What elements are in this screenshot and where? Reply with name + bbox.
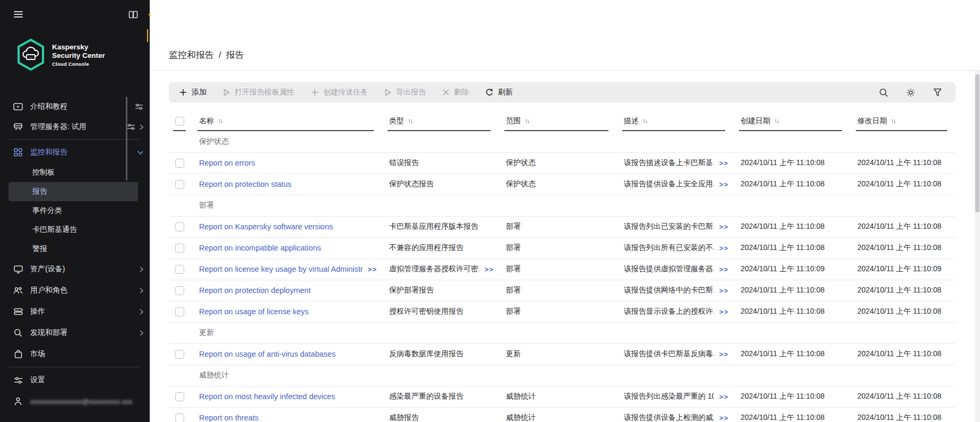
sidebar-item-operations[interactable]: 操作 <box>0 301 150 322</box>
description-expand-link[interactable]: >> <box>719 265 728 273</box>
description-expand-link[interactable]: >> <box>719 393 728 401</box>
chevron-right-icon[interactable] <box>140 266 143 272</box>
report-name-link[interactable]: Report on threats <box>199 414 259 422</box>
sidebar-item-account[interactable]: xxxxxxxxxxxxxxx@xxxxxxxxx.xxx <box>0 391 150 412</box>
column-header-modified[interactable]: 修改日期↑↓ <box>850 111 956 131</box>
row-checkbox[interactable] <box>175 159 184 168</box>
open-report-template-properties-button[interactable]: 打开报告模板属性 <box>223 88 294 97</box>
row-checkbox[interactable] <box>175 286 184 295</box>
row-checkbox[interactable] <box>175 414 184 422</box>
report-name-link[interactable]: Report on usage of license keys <box>199 307 308 316</box>
row-checkbox[interactable] <box>175 265 184 274</box>
server-icon <box>13 123 23 131</box>
kaspersky-hexagon-logo-icon: ↑↓ <box>16 38 46 71</box>
sidebar-item-kaspersky-announcements[interactable]: 卡巴斯基通告 <box>0 220 150 239</box>
report-name-link[interactable]: Report on protection deployment <box>199 286 311 295</box>
sidebar-item-discovery-deployment[interactable]: 发现和部署 <box>0 322 150 343</box>
export-report-button[interactable]: 导出报告 <box>385 88 426 97</box>
sidebar-item-reports[interactable]: 报告 <box>8 182 138 201</box>
row-checkbox[interactable] <box>175 392 184 401</box>
sort-icon[interactable]: ↑↓ <box>408 117 412 125</box>
chevron-right-icon[interactable] <box>140 330 143 336</box>
row-checkbox[interactable] <box>175 180 184 189</box>
column-header-name[interactable]: 名称↑↓ <box>192 111 382 131</box>
sort-icon[interactable]: ↑↓ <box>525 117 529 125</box>
sidebar-item-marketplace[interactable]: 市场 <box>0 343 150 365</box>
description-expand-link[interactable]: >> <box>719 414 728 422</box>
column-header-scope[interactable]: 范围↑↓ <box>499 111 617 131</box>
vertical-scrollbar-thumb[interactable] <box>975 74 979 212</box>
report-description: 该报告显示设备上的授权许... <box>624 307 714 316</box>
create-delivery-task-button[interactable]: 创建传送任务 <box>311 88 368 97</box>
description-expand-link[interactable]: >> <box>719 180 728 188</box>
row-checkbox[interactable] <box>175 350 184 359</box>
kaspersky-logo[interactable]: ↑↓ Kaspersky Security Center Cloud Conso… <box>16 38 105 71</box>
table-group-row: 部署 <box>169 195 956 216</box>
search-icon[interactable] <box>879 88 888 97</box>
delete-button[interactable]: 删除 <box>443 88 469 97</box>
sidebar-divider <box>10 139 140 140</box>
column-header-description[interactable]: 描述↑↓ <box>617 111 734 131</box>
row-checkbox[interactable] <box>175 244 184 253</box>
report-scope: 部署 <box>499 301 617 322</box>
description-expand-link[interactable]: >> <box>719 223 728 231</box>
sliders-icon[interactable] <box>127 123 135 131</box>
sidebar-item-users-roles[interactable]: 用户和角色 <box>0 280 150 301</box>
documentation-book-icon[interactable] <box>128 11 138 19</box>
hamburger-menu-icon[interactable] <box>14 11 23 19</box>
sidebar-scrollbar-thumb[interactable] <box>126 97 127 180</box>
breadcrumb-parent-link[interactable]: 监控和报告 <box>169 49 214 61</box>
description-expand-link[interactable]: >> <box>719 287 728 295</box>
report-name-link[interactable]: Report on most heavily infected devices <box>199 392 335 401</box>
chevron-down-icon[interactable] <box>137 151 143 154</box>
created-date: 2024/10/11 上午 11:10:08 <box>734 237 850 259</box>
type-expand-link[interactable]: >> <box>485 265 494 273</box>
report-scope: 部署 <box>499 259 617 280</box>
report-name-link[interactable]: Report on protection status <box>199 180 291 188</box>
created-date: 2024/10/11 上午 11:10:08 <box>734 280 850 301</box>
sidebar-item-alerts[interactable]: 警报 <box>0 239 150 259</box>
filter-icon[interactable] <box>933 88 942 97</box>
table-row: Report on incompatible applications不兼容的应… <box>169 237 956 259</box>
report-name-link[interactable]: Report on errors <box>199 159 255 167</box>
report-name-link[interactable]: Report on license key usage by virtual A… <box>199 265 363 273</box>
sidebar-item-assets-devices[interactable]: 资产(设备) <box>0 259 150 280</box>
gear-icon[interactable] <box>906 88 915 97</box>
description-expand-link[interactable]: >> <box>719 308 728 316</box>
add-button[interactable]: 添加 <box>179 88 207 97</box>
sidebar-item-settings[interactable]: 设置 <box>0 369 150 391</box>
refresh-button[interactable]: 刷新 <box>486 88 513 97</box>
chevron-right-icon[interactable] <box>140 309 143 315</box>
play-icon <box>385 89 391 96</box>
modified-date: 2024/10/11 上午 11:10:08 <box>850 237 956 259</box>
report-name-link[interactable]: Report on incompatible applications <box>199 244 321 252</box>
description-expand-link[interactable]: >> <box>719 159 728 167</box>
sliders-icon[interactable] <box>135 103 143 110</box>
report-name-link[interactable]: Report on usage of anti-virus databases <box>199 350 336 358</box>
chevron-right-icon[interactable] <box>140 124 143 130</box>
row-checkbox[interactable] <box>175 307 184 316</box>
row-checkbox[interactable] <box>175 222 184 231</box>
sidebar-item-label: 管理服务器: 试用 <box>30 122 124 132</box>
sort-icon[interactable]: ↑↓ <box>218 117 222 125</box>
select-all-checkbox[interactable] <box>175 117 184 126</box>
play-icon <box>223 89 230 96</box>
user-icon <box>13 397 23 406</box>
column-header-type[interactable]: 类型↑↓ <box>382 111 499 131</box>
report-type: 感染最严重的设备报告 <box>389 392 463 401</box>
sort-icon[interactable]: ↑↓ <box>891 117 895 125</box>
modified-date: 2024/10/11 上午 11:10:08 <box>850 386 956 407</box>
sidebar-item-event-selections[interactable]: 事件分类 <box>0 201 150 220</box>
chevron-right-icon[interactable] <box>140 288 143 294</box>
sort-icon[interactable]: ↑↓ <box>642 117 647 125</box>
report-table-body: 保护状态Report on errors错误报告保护状态该报告描述设备上卡巴斯基… <box>169 131 956 422</box>
report-name-link[interactable]: Report on Kaspersky software versions <box>199 222 333 231</box>
table-header-row: 名称↑↓ 类型↑↓ 范围↑↓ 描述↑↓ 创建日期↑↓ 修改日期↑↓ <box>169 111 956 131</box>
description-expand-link[interactable]: >> <box>719 244 728 252</box>
modified-date: 2024/10/11 上午 11:10:08 <box>850 216 956 237</box>
name-expand-link[interactable]: >> <box>368 265 377 273</box>
description-expand-link[interactable]: >> <box>719 350 728 358</box>
column-header-created[interactable]: 创建日期↑↓ <box>734 111 850 131</box>
sort-icon[interactable]: ↑↓ <box>774 117 778 125</box>
vertical-scrollbar[interactable] <box>975 71 980 422</box>
